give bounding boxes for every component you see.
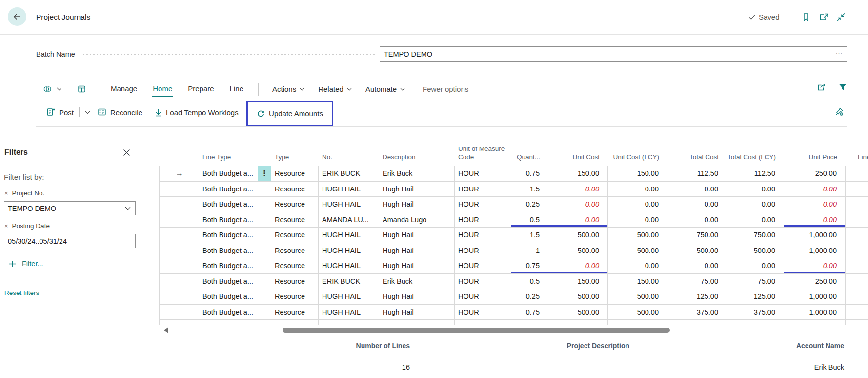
cell-description[interactable]: Amanda Lugo bbox=[379, 212, 455, 228]
cell-total-cost[interactable]: 750.00 bbox=[667, 228, 727, 243]
cell-type[interactable]: Resource bbox=[271, 182, 319, 197]
cell-total-cost[interactable] bbox=[667, 320, 727, 325]
menu-related[interactable]: Related bbox=[318, 85, 352, 93]
table-row[interactable] bbox=[159, 320, 868, 325]
cell-unit-cost-lcy[interactable]: 0.00 bbox=[608, 212, 667, 228]
cell-unit-cost[interactable]: 500.00 bbox=[548, 305, 608, 320]
cell-line-type[interactable]: Both Budget a... bbox=[199, 305, 258, 320]
column-header-description[interactable]: Description bbox=[379, 153, 455, 162]
cell-quantity[interactable]: 0.25 bbox=[511, 289, 548, 304]
cell-row-menu[interactable] bbox=[258, 258, 271, 273]
menu-automate[interactable]: Automate bbox=[365, 85, 405, 93]
column-header-unit-cost[interactable]: Unit Cost bbox=[548, 153, 608, 162]
cell-total-cost[interactable]: 125.00 bbox=[667, 289, 727, 304]
cell-unit-cost[interactable]: 500.00 bbox=[548, 228, 608, 243]
cell-type[interactable]: Resource bbox=[271, 258, 319, 273]
cell-unit-price[interactable]: 1,000.00 bbox=[784, 305, 846, 320]
table-row[interactable]: Both Budget a... Resource AMANDA LU... A… bbox=[159, 212, 868, 228]
cell-no[interactable]: ERIK BUCK bbox=[319, 166, 379, 181]
add-filter-button[interactable]: Filter... bbox=[9, 260, 43, 268]
collapse-icon[interactable] bbox=[836, 13, 846, 21]
remove-filter-icon[interactable]: × bbox=[4, 223, 8, 229]
cell-total-cost[interactable]: 500.00 bbox=[667, 243, 727, 258]
cell-unit-of-measure[interactable]: HOUR bbox=[455, 182, 511, 197]
cell-unit-cost-lcy[interactable]: 0.00 bbox=[608, 182, 667, 197]
cell-line[interactable] bbox=[846, 228, 868, 243]
close-icon[interactable] bbox=[121, 147, 132, 158]
cell-total-cost-lcy[interactable] bbox=[727, 320, 784, 325]
cell-quantity[interactable]: 0.75 bbox=[511, 258, 548, 273]
cell-type[interactable]: Resource bbox=[271, 212, 319, 228]
cell-unit-of-measure[interactable]: HOUR bbox=[455, 212, 511, 228]
cell-line-type[interactable]: Both Budget a... bbox=[199, 182, 258, 197]
cell-type[interactable]: Resource bbox=[271, 289, 319, 304]
cell-quantity[interactable] bbox=[511, 320, 548, 325]
cell-no[interactable]: HUGH HAIL bbox=[319, 197, 379, 212]
cell-unit-cost[interactable]: 0.00 bbox=[548, 197, 608, 212]
table-row[interactable]: Both Budget a... Resource ERIK BUCK Erik… bbox=[159, 274, 868, 290]
tab-prepare[interactable]: Prepare bbox=[187, 82, 215, 97]
cell-line-type[interactable]: Both Budget a... bbox=[199, 197, 258, 212]
cell-line-type[interactable]: Both Budget a... bbox=[199, 274, 258, 289]
cell-description[interactable]: Hugh Hail bbox=[379, 228, 455, 243]
cell-unit-cost[interactable]: 0.00 bbox=[548, 182, 608, 197]
menu-actions[interactable]: Actions bbox=[272, 85, 304, 93]
cell-no[interactable]: HUGH HAIL bbox=[319, 228, 379, 243]
cell-unit-price[interactable]: 250.00 bbox=[784, 274, 846, 289]
cell-type[interactable]: Resource bbox=[271, 228, 319, 243]
back-button[interactable] bbox=[8, 7, 26, 26]
cell-type[interactable]: Resource bbox=[271, 243, 319, 258]
cell-row-menu[interactable]: ⋮ bbox=[258, 166, 271, 181]
cell-total-cost-lcy[interactable]: 750.00 bbox=[727, 228, 784, 243]
cell-description[interactable]: Hugh Hail bbox=[379, 289, 455, 304]
cell-no[interactable]: HUGH HAIL bbox=[319, 258, 379, 273]
cell-row-menu[interactable] bbox=[258, 197, 271, 212]
cell-total-cost[interactable]: 112.50 bbox=[667, 166, 727, 181]
cell-line[interactable] bbox=[846, 258, 868, 273]
cell-type[interactable] bbox=[271, 320, 319, 325]
posting-date-input[interactable] bbox=[4, 234, 135, 248]
cell-no[interactable]: HUGH HAIL bbox=[319, 305, 379, 320]
cell-line-type[interactable]: Both Budget a... bbox=[199, 258, 258, 273]
post-button[interactable]: Post bbox=[46, 99, 90, 126]
cell-unit-cost-lcy[interactable]: 500.00 bbox=[608, 228, 667, 243]
column-header-unit-cost-lcy[interactable]: Unit Cost (LCY) bbox=[608, 153, 667, 162]
cell-row-menu[interactable] bbox=[258, 305, 271, 320]
cell-description[interactable]: Erik Buck bbox=[379, 166, 455, 181]
cell-total-cost[interactable]: 75.00 bbox=[667, 274, 727, 289]
fewer-options[interactable]: Fewer options bbox=[423, 85, 468, 93]
cell-unit-cost-lcy[interactable]: 0.00 bbox=[608, 258, 667, 273]
cell-total-cost-lcy[interactable]: 0.00 bbox=[727, 258, 784, 273]
cell-no[interactable]: AMANDA LU... bbox=[319, 212, 379, 228]
open-in-window-icon[interactable] bbox=[819, 13, 828, 21]
table-row[interactable]: → Both Budget a... ⋮ Resource ERIK BUCK … bbox=[159, 166, 868, 182]
cell-total-cost[interactable]: 0.00 bbox=[667, 197, 727, 212]
cell-row-menu[interactable] bbox=[258, 289, 271, 304]
filter-icon[interactable] bbox=[838, 83, 847, 91]
cell-unit-of-measure[interactable]: HOUR bbox=[455, 274, 511, 289]
cell-line[interactable] bbox=[846, 305, 868, 320]
journal-batches-icon[interactable] bbox=[43, 85, 54, 93]
cell-type[interactable]: Resource bbox=[271, 197, 319, 212]
cell-line-type[interactable]: Both Budget a... bbox=[199, 289, 258, 304]
cell-row-menu[interactable] bbox=[258, 243, 271, 258]
reconcile-button[interactable]: Reconcile bbox=[98, 99, 142, 126]
cell-unit-cost[interactable] bbox=[548, 320, 608, 325]
cell-no[interactable] bbox=[319, 320, 379, 325]
table-row[interactable]: Both Budget a... Resource HUGH HAIL Hugh… bbox=[159, 305, 868, 320]
cell-unit-price[interactable]: 0.00 bbox=[784, 258, 846, 273]
cell-line[interactable] bbox=[846, 243, 868, 258]
cell-line[interactable] bbox=[846, 289, 868, 304]
cell-quantity[interactable]: 1.5 bbox=[511, 228, 548, 243]
cell-row-menu[interactable] bbox=[258, 212, 271, 228]
cell-unit-cost-lcy[interactable]: 500.00 bbox=[608, 243, 667, 258]
cell-description[interactable]: Hugh Hail bbox=[379, 197, 455, 212]
cell-unit-of-measure[interactable]: HOUR bbox=[455, 197, 511, 212]
cell-description[interactable]: Hugh Hail bbox=[379, 182, 455, 197]
cell-quantity[interactable]: 0.75 bbox=[511, 305, 548, 320]
tab-line[interactable]: Line bbox=[229, 82, 244, 97]
cell-quantity[interactable]: 0.75 bbox=[511, 166, 548, 181]
cell-no[interactable]: HUGH HAIL bbox=[319, 182, 379, 197]
remove-filter-icon[interactable]: × bbox=[4, 190, 8, 196]
cell-unit-cost[interactable]: 150.00 bbox=[548, 166, 608, 181]
